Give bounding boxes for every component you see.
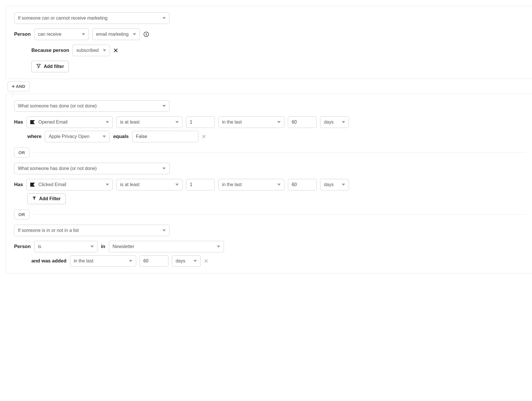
list-value: Newsletter <box>113 244 134 249</box>
chevron-down-icon <box>102 184 109 186</box>
condition-type-label: What someone has done (or not done) <box>18 166 97 171</box>
chevron-down-icon <box>86 245 94 248</box>
added-range-unit-value: days <box>176 258 185 264</box>
condition-block-marketing: If someone can or cannot receive marketi… <box>6 6 532 79</box>
or-button[interactable]: OR <box>14 209 29 220</box>
range-value[interactable] <box>292 120 313 125</box>
condition-block-activity: What someone has done (or not done) Has … <box>6 94 532 273</box>
funnel-icon <box>36 64 41 69</box>
remove-where-button[interactable] <box>202 135 206 139</box>
channel-value: email marketing <box>96 32 129 37</box>
person-label: Person <box>14 31 31 37</box>
flag-icon <box>30 120 35 124</box>
condition-type-select[interactable]: If someone can or cannot receive marketi… <box>14 12 170 24</box>
count-value[interactable] <box>190 120 211 125</box>
because-person-label: Because person <box>31 48 69 53</box>
where-value[interactable] <box>136 134 195 139</box>
chevron-down-icon <box>189 260 197 262</box>
has-label: Has <box>14 119 23 125</box>
added-range-value-input[interactable] <box>140 255 168 267</box>
or-dashline <box>33 152 526 153</box>
chevron-down-icon <box>102 121 109 123</box>
range-unit-select[interactable]: days <box>320 179 349 190</box>
because-value: subscribed <box>76 48 98 53</box>
or-dashline <box>33 214 526 215</box>
added-range-value[interactable] <box>143 258 165 264</box>
condition-type-label: If someone can or cannot receive marketi… <box>18 16 107 21</box>
chevron-down-icon <box>158 105 166 107</box>
list-select[interactable]: Newsletter <box>109 241 224 252</box>
operator-value: is at least <box>120 120 140 125</box>
flag-icon <box>30 183 35 187</box>
remove-added-button[interactable] <box>204 259 208 263</box>
chevron-down-icon <box>158 229 166 232</box>
has-label: Has <box>14 182 23 188</box>
range-value-input[interactable] <box>288 179 317 190</box>
chevron-down-icon <box>158 167 166 170</box>
count-input[interactable] <box>186 116 215 128</box>
chevron-down-icon <box>273 184 281 186</box>
added-range-mode-select[interactable]: in the last <box>70 255 136 267</box>
can-receive-select[interactable]: can receive <box>34 29 89 40</box>
operator-value: is at least <box>120 182 140 187</box>
or-separator: OR <box>14 147 526 158</box>
chevron-down-icon <box>99 49 106 52</box>
because-select[interactable]: subscribed <box>73 45 110 56</box>
range-unit-value: days <box>324 120 334 125</box>
chevron-down-icon <box>129 33 136 35</box>
range-mode-select[interactable]: in the last <box>218 116 284 128</box>
is-value: is <box>38 244 41 249</box>
is-select[interactable]: is <box>34 241 98 252</box>
and-connector-button[interactable]: AND <box>7 81 30 91</box>
range-mode-select[interactable]: in the last <box>218 179 284 190</box>
count-value[interactable] <box>190 182 211 187</box>
chevron-down-icon <box>158 17 166 19</box>
range-value-input[interactable] <box>288 116 317 128</box>
chevron-down-icon <box>338 184 345 186</box>
range-mode-value: in the last <box>222 182 242 187</box>
can-receive-value: can receive <box>38 32 62 37</box>
count-input[interactable] <box>186 179 215 190</box>
where-label: where <box>27 134 41 139</box>
range-unit-value: days <box>324 182 334 187</box>
added-range-unit-select[interactable]: days <box>172 255 201 267</box>
funnel-icon <box>32 196 36 201</box>
or-button[interactable]: OR <box>14 147 29 158</box>
chevron-down-icon <box>125 260 132 262</box>
condition-type-select[interactable]: If someone is in or not in a list <box>14 225 170 236</box>
range-mode-value: in the last <box>222 120 242 125</box>
person-label: Person <box>14 244 31 249</box>
event-select[interactable]: Clicked Email <box>26 179 113 190</box>
or-separator: OR <box>14 209 526 220</box>
add-filter-button[interactable]: Add Filter <box>27 193 66 204</box>
chevron-down-icon <box>98 135 106 138</box>
add-filter-label: Add Filter <box>39 196 61 201</box>
operator-select[interactable]: is at least <box>116 116 183 128</box>
where-property-value: Apple Privacy Open <box>49 134 89 139</box>
event-select[interactable]: Opened Email <box>26 116 113 128</box>
add-filter-label: Add filter <box>44 64 64 69</box>
and-connector-area: AND <box>6 79 532 94</box>
equals-label: equals <box>113 134 129 139</box>
operator-select[interactable]: is at least <box>116 179 183 190</box>
add-filter-button[interactable]: Add filter <box>31 61 69 72</box>
chevron-down-icon <box>78 33 85 35</box>
added-range-mode-value: in the last <box>74 258 93 264</box>
range-value[interactable] <box>292 182 313 187</box>
condition-type-select[interactable]: What someone has done (or not done) <box>14 163 170 174</box>
chevron-down-icon <box>213 245 220 248</box>
and-was-added-label: and was added <box>31 258 66 264</box>
plus-icon <box>12 84 15 89</box>
in-label: in <box>101 244 105 249</box>
condition-type-select[interactable]: What someone has done (or not done) <box>14 100 170 112</box>
where-property-select[interactable]: Apple Privacy Open <box>45 131 110 142</box>
remove-because-button[interactable] <box>113 48 118 53</box>
channel-select[interactable]: email marketing <box>92 29 140 40</box>
and-label: AND <box>16 84 25 89</box>
event-value: Opened Email <box>38 120 67 125</box>
where-value-input[interactable] <box>132 131 198 142</box>
range-unit-select[interactable]: days <box>320 116 349 128</box>
condition-type-label: What someone has done (or not done) <box>18 103 97 109</box>
condition-type-label: If someone is in or not in a list <box>18 228 79 233</box>
info-icon[interactable] <box>143 31 149 37</box>
